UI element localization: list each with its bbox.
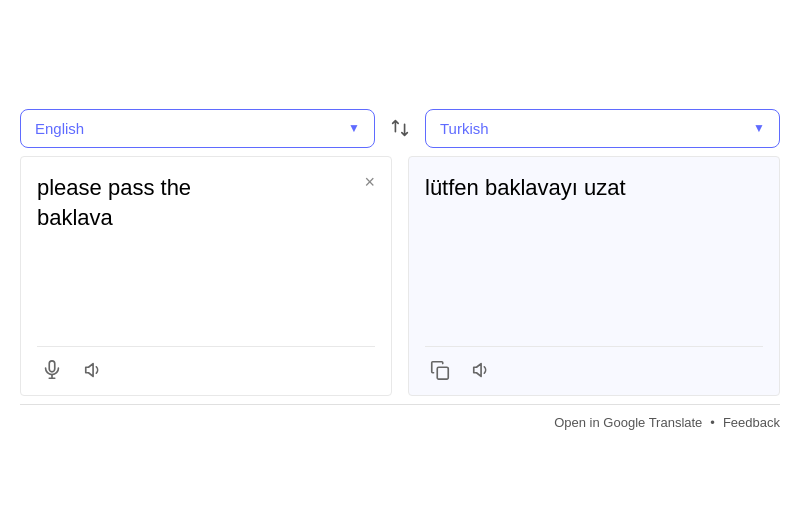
target-language-label: Turkish <box>440 120 489 137</box>
target-text-area: lütfen baklavayı uzat <box>425 173 763 338</box>
svg-rect-4 <box>437 367 448 379</box>
language-selector-row: English ▼ Turkish ▼ <box>20 97 780 156</box>
swap-languages-button[interactable] <box>383 111 417 145</box>
svg-marker-3 <box>86 363 93 376</box>
source-listen-button[interactable] <box>79 355 109 385</box>
svg-rect-0 <box>49 360 55 371</box>
source-text: please pass the baklava <box>37 173 375 235</box>
translation-panels: please pass the baklava × <box>20 156 780 396</box>
footer-separator: • <box>710 415 715 430</box>
target-language-dropdown[interactable]: Turkish ▼ <box>425 109 780 148</box>
source-language-dropdown[interactable]: English ▼ <box>20 109 375 148</box>
swap-icon <box>389 117 411 139</box>
copy-icon <box>429 359 451 381</box>
target-language-chevron-icon: ▼ <box>753 121 765 135</box>
target-listen-button[interactable] <box>467 355 497 385</box>
microphone-icon <box>41 359 63 381</box>
open-in-google-translate-link[interactable]: Open in Google Translate <box>554 415 702 430</box>
translate-container: English ▼ Turkish ▼ please pass the bakl… <box>20 97 780 434</box>
clear-button[interactable]: × <box>364 173 375 191</box>
target-text: lütfen baklavayı uzat <box>425 173 763 204</box>
source-actions <box>37 346 375 385</box>
target-actions <box>425 346 763 385</box>
source-panel: please pass the baklava × <box>20 156 392 396</box>
target-speaker-icon <box>471 359 493 381</box>
footer: Open in Google Translate • Feedback <box>20 404 780 434</box>
speaker-icon <box>83 359 105 381</box>
source-language-label: English <box>35 120 84 137</box>
target-panel: lütfen baklavayı uzat <box>408 156 780 396</box>
svg-marker-5 <box>474 363 481 376</box>
microphone-button[interactable] <box>37 355 67 385</box>
source-language-chevron-icon: ▼ <box>348 121 360 135</box>
source-text-area: please pass the baklava × <box>37 173 375 338</box>
feedback-link[interactable]: Feedback <box>723 415 780 430</box>
copy-button[interactable] <box>425 355 455 385</box>
